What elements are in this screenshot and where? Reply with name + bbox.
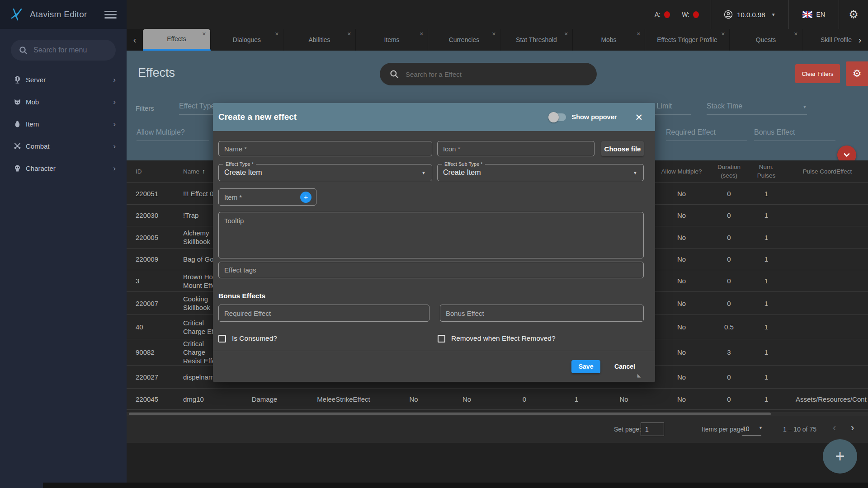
cell-pulses: 1 <box>746 255 787 263</box>
set-page-input[interactable] <box>641 422 664 436</box>
cell-c8: 1 <box>556 395 597 404</box>
cell-duration: 0 <box>712 255 746 263</box>
table-settings-gear-icon[interactable]: ⚙ <box>846 61 868 86</box>
sidebar-item-server[interactable]: Server › <box>0 69 127 91</box>
previous-page-icon[interactable]: ‹ <box>833 422 836 434</box>
close-icon[interactable]: ✕ <box>275 31 279 37</box>
sidebar-item-item[interactable]: Item › <box>0 113 127 135</box>
sidebar: Atavism Editor Server › Mob › <box>0 0 127 488</box>
effect-type-value: Create Item <box>224 169 262 177</box>
add-item-button[interactable]: + <box>300 192 311 203</box>
cell-duration: 3 <box>712 348 746 357</box>
tab-dialogues[interactable]: Dialogues✕ <box>211 29 283 51</box>
tab-effects[interactable]: Effects✕ <box>143 29 211 51</box>
name-field[interactable] <box>218 141 432 156</box>
cell-allow: No <box>651 255 712 263</box>
tab-label: Currencies <box>449 36 480 43</box>
chevron-down-icon: ▼ <box>802 104 807 109</box>
effect-type-label: Effect Type * <box>223 161 256 167</box>
tab-effects-trigger-profile[interactable]: Effects Trigger Profile✕ <box>645 29 730 51</box>
set-page-label: Set page: <box>614 426 641 433</box>
effect-sub-type-select[interactable]: Effect Sub Type * Create Item ▼ <box>437 164 644 181</box>
cell-id: 90082 <box>127 348 174 357</box>
cell-pulses: 1 <box>746 373 787 381</box>
tab-mobs[interactable]: Mobs✕ <box>573 29 645 51</box>
modal-body: Choose file Effect Type * Create Item ▼ … <box>213 131 655 382</box>
tabs-scroll-left-icon[interactable]: ‹ <box>127 29 143 51</box>
icon-field[interactable] <box>437 141 594 156</box>
sidebar-item-character[interactable]: Character › <box>0 157 127 179</box>
close-icon[interactable]: ✕ <box>492 31 496 37</box>
w-status-label: W: <box>682 11 689 18</box>
close-icon[interactable]: ✕ <box>635 113 643 122</box>
uk-flag-icon <box>802 11 812 18</box>
server-ip: 10.0.0.98 <box>737 11 765 19</box>
tab-label: Items <box>384 36 399 43</box>
close-icon[interactable]: ✕ <box>794 31 798 37</box>
removed-when-effect-removed-checkbox[interactable]: Removed when Effect Removed? <box>438 334 556 343</box>
language-selector[interactable]: EN <box>789 0 839 29</box>
effect-type-select[interactable]: Effect Type * Create Item ▼ <box>218 164 432 181</box>
filter-bonus-effect[interactable]: Bonus Effect <box>754 128 835 141</box>
cancel-button[interactable]: Cancel <box>614 363 635 370</box>
sidebar-item-combat[interactable]: Combat › <box>0 135 127 157</box>
close-icon[interactable]: ✕ <box>637 31 641 37</box>
next-page-icon[interactable]: › <box>851 422 854 434</box>
filter-allow-multiple[interactable]: Allow Multiple? <box>137 128 209 141</box>
sidebar-search-input[interactable] <box>33 46 108 54</box>
close-icon[interactable]: ✕ <box>721 31 725 37</box>
tab-items[interactable]: Items✕ <box>356 29 428 51</box>
cell-type: Damage <box>228 395 301 404</box>
is-consumed-checkbox[interactable]: Is Consumed? <box>218 334 438 343</box>
add-effect-fab-button[interactable]: + <box>823 439 857 474</box>
sidebar-header: Atavism Editor <box>0 0 127 29</box>
effect-search-input[interactable] <box>406 70 587 78</box>
cell-duration: 0.5 <box>712 323 746 331</box>
close-icon[interactable]: ✕ <box>420 31 424 37</box>
effect-tags-field[interactable] <box>218 262 644 278</box>
effect-search[interactable] <box>380 63 597 85</box>
status-indicators: A: W: <box>643 0 711 29</box>
cell-name: dmg10 <box>174 395 228 404</box>
filter-stack-time[interactable]: Stack Time▼ <box>707 102 807 115</box>
server-selector[interactable]: 10.0.0.98 ▼ <box>711 0 788 29</box>
cell-pulses: 1 <box>746 277 787 285</box>
cell-c9: No <box>597 395 651 404</box>
tab-currencies[interactable]: Currencies✕ <box>428 29 500 51</box>
choose-file-button[interactable]: Choose file <box>601 141 644 156</box>
close-icon[interactable]: ✕ <box>564 31 568 37</box>
search-icon <box>390 70 399 79</box>
modal-header: Create a new effect Show popover ✕ <box>213 103 655 131</box>
clear-filters-button[interactable]: Clear Filters <box>795 64 840 83</box>
chevron-right-icon: › <box>113 164 116 173</box>
cell-duration: 0 <box>712 395 746 404</box>
show-popover-toggle[interactable] <box>550 113 566 121</box>
close-icon[interactable]: ✕ <box>202 31 206 37</box>
filters-label: Filters <box>136 104 154 112</box>
cell-coord: Assets/Resources/Cont <box>787 395 868 404</box>
required-effect-field[interactable] <box>218 305 429 322</box>
bonus-effect-field[interactable] <box>440 305 644 322</box>
tooltip-field[interactable] <box>218 212 644 258</box>
item-field[interactable]: Item * + <box>218 188 316 206</box>
column-header-allow: Allow Multiple? <box>651 167 712 176</box>
sidebar-item-mob[interactable]: Mob › <box>0 91 127 113</box>
tabs-scroll-right-icon[interactable]: › <box>852 29 868 51</box>
tab-stat-threshold[interactable]: Stat Threshold✕ <box>500 29 573 51</box>
tab-quests[interactable]: Quests✕ <box>730 29 802 51</box>
horizontal-scrollbar-thumb[interactable] <box>129 413 771 415</box>
save-button[interactable]: Save <box>571 360 600 373</box>
close-icon[interactable]: ✕ <box>347 31 351 37</box>
cell-pulses: 1 <box>746 395 787 404</box>
cell-allow: No <box>651 233 712 242</box>
a-status-red-dot <box>664 11 670 18</box>
table-row[interactable]: 220045dmg10DamageMeleeStrikeEffectNoNo01… <box>127 389 868 410</box>
settings-gear-icon[interactable]: ⚙ <box>839 8 868 21</box>
filter-required-effect[interactable]: Required Effect <box>666 128 747 141</box>
cell-id: 220005 <box>127 233 174 242</box>
tab-abilities[interactable]: Abilities✕ <box>283 29 356 51</box>
sidebar-search[interactable] <box>11 40 116 61</box>
hamburger-menu-icon[interactable] <box>104 9 117 20</box>
bottom-strip <box>43 483 868 488</box>
cell-pulses: 1 <box>746 189 787 198</box>
